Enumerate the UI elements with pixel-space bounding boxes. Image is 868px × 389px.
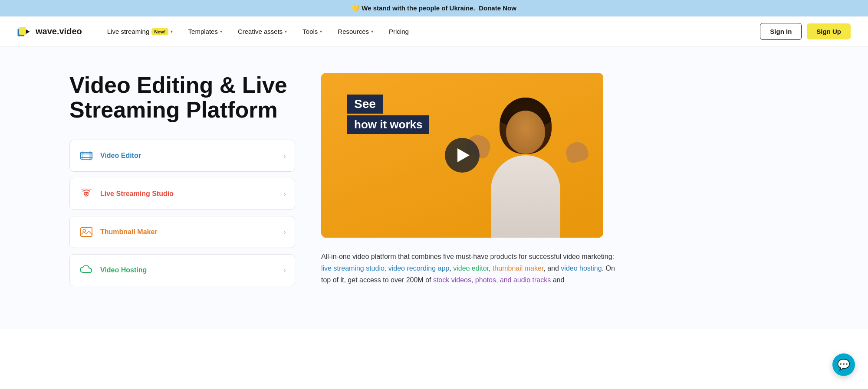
feature-item-thumbnail[interactable]: Thumbnail Maker ›: [69, 216, 295, 248]
image-icon: [79, 224, 94, 240]
nav-label-pricing: Pricing: [389, 28, 409, 35]
nav-item-live-streaming[interactable]: Live streaming New! ▾: [99, 16, 181, 47]
video-container: See how it works: [321, 73, 603, 238]
logo[interactable]: wave.video: [17, 26, 82, 38]
new-badge: New!: [151, 28, 168, 35]
desc-comma2: ,: [489, 265, 493, 272]
desc-link-live[interactable]: live streaming studio, video recording a…: [321, 265, 449, 272]
desc-text-end: and: [551, 276, 564, 284]
donate-link[interactable]: Donate Now: [479, 4, 516, 12]
logo-text: wave.video: [36, 26, 82, 36]
feature-item-live-streaming[interactable]: Live Streaming Studio ›: [69, 178, 295, 210]
hero-left: Video Editing & Live Streaming Platform …: [69, 73, 295, 286]
banner-text: We stand with the people of Ukraine.: [362, 4, 475, 12]
video-placeholder: See how it works: [321, 73, 603, 238]
feature-label-live-streaming: Live Streaming Studio: [100, 190, 283, 198]
hand-right: [564, 140, 590, 164]
nav-label-live-streaming: Live streaming: [107, 28, 150, 35]
hero-title: Video Editing & Live Streaming Platform: [69, 73, 295, 122]
svg-point-11: [83, 229, 85, 232]
feature-item-hosting[interactable]: Video Hosting ›: [69, 254, 295, 286]
chevron-right-icon: ›: [283, 266, 286, 275]
nav-label-tools: Tools: [302, 28, 318, 35]
desc-and: , and: [543, 265, 561, 272]
feature-list: Video Editor › Live Streaming Studio ›: [69, 140, 295, 286]
chevron-down-icon: ▾: [320, 29, 322, 34]
video-badge: See how it works: [347, 95, 429, 134]
nav-item-pricing[interactable]: Pricing: [381, 16, 417, 47]
svg-rect-10: [81, 228, 92, 236]
desc-link-editor[interactable]: video editor: [453, 265, 489, 272]
chevron-down-icon: ▾: [371, 29, 373, 34]
chevron-right-icon: ›: [283, 151, 286, 160]
hero-right: See how it works All-in-one video platfo…: [321, 73, 816, 286]
svg-point-9: [85, 193, 87, 195]
chevron-right-icon: ›: [283, 190, 286, 199]
desc-comma1: ,: [449, 265, 453, 272]
navbar: wave.video Live streaming New! ▾ Templat…: [0, 16, 868, 47]
nav-menu: Live streaming New! ▾ Templates ▾ Creati…: [99, 16, 760, 47]
hero-section: Video Editing & Live Streaming Platform …: [0, 47, 868, 329]
svg-marker-2: [26, 29, 30, 34]
feature-item-video-editor[interactable]: Video Editor ›: [69, 140, 295, 172]
play-button[interactable]: [445, 138, 480, 173]
nav-actions: Sign In Sign Up: [760, 23, 851, 40]
nav-item-creative-assets[interactable]: Creative assets ▾: [230, 16, 295, 47]
feature-label-video-editor: Video Editor: [100, 152, 283, 160]
cloud-icon: [79, 262, 94, 278]
play-icon: [457, 148, 470, 162]
logo-svg: [17, 26, 33, 38]
badge-line2: how it works: [347, 115, 429, 134]
hero-description: All-in-one video platform that combines …: [321, 251, 625, 286]
chevron-down-icon: ▾: [220, 29, 222, 34]
chevron-down-icon: ▾: [171, 29, 173, 34]
desc-text-before: All-in-one video platform that combines …: [321, 253, 614, 260]
signup-button[interactable]: Sign Up: [807, 23, 851, 39]
person-head: [500, 98, 552, 154]
chevron-right-icon: ›: [283, 228, 286, 237]
ukraine-banner: 💛 We stand with the people of Ukraine. D…: [0, 0, 868, 16]
signin-button[interactable]: Sign In: [760, 23, 802, 40]
badge-line1: See: [347, 95, 383, 114]
svg-rect-1: [19, 27, 26, 35]
nav-item-resources[interactable]: Resources ▾: [330, 16, 381, 47]
feature-label-thumbnail: Thumbnail Maker: [100, 228, 283, 236]
svg-rect-5: [89, 151, 91, 160]
desc-link-thumbnail[interactable]: thumbnail maker: [493, 265, 543, 272]
feature-label-hosting: Video Hosting: [100, 266, 283, 274]
nav-item-tools[interactable]: Tools ▾: [295, 16, 330, 47]
svg-rect-4: [82, 151, 83, 160]
chevron-down-icon: ▾: [285, 29, 287, 34]
nav-label-resources: Resources: [338, 28, 369, 35]
live-broadcast-icon: [79, 186, 94, 202]
heart-icon: 💛: [352, 4, 360, 12]
nav-item-templates[interactable]: Templates ▾: [181, 16, 230, 47]
nav-label-creative-assets: Creative assets: [238, 28, 283, 35]
desc-link-hosting[interactable]: video hosting: [561, 265, 602, 272]
desc-link-stock[interactable]: stock videos, photos, and audio tracks: [433, 276, 551, 284]
person-body: [491, 155, 560, 238]
film-icon: [79, 148, 94, 163]
nav-label-templates: Templates: [188, 28, 218, 35]
